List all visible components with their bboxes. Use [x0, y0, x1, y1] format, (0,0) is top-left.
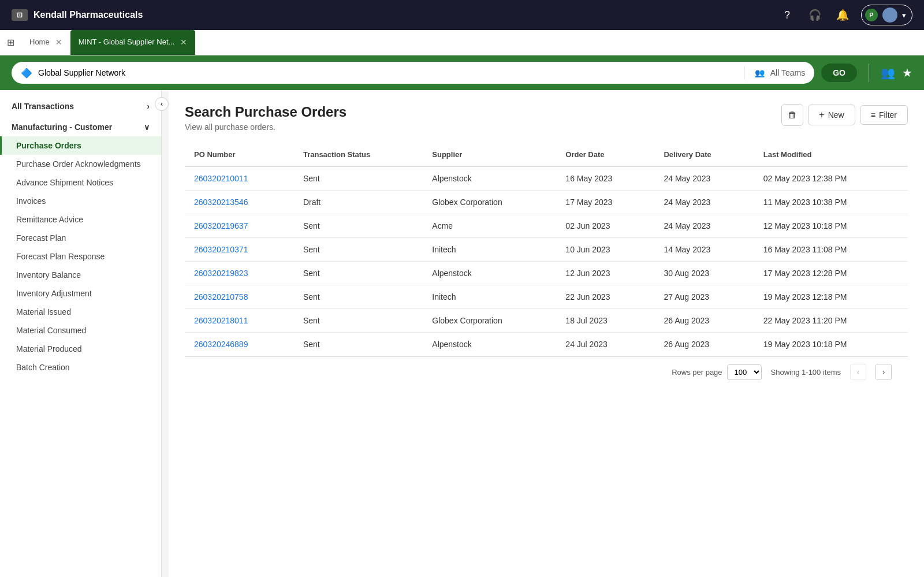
cell-order-date: 10 Jun 2023: [556, 238, 654, 262]
col-order-date[interactable]: Order Date: [556, 143, 654, 166]
po-number-link[interactable]: 260320219823: [194, 269, 248, 278]
sidebar-item-inventory-adjustment[interactable]: Inventory Adjustment: [0, 284, 161, 303]
filter-button[interactable]: ≡ Filter: [860, 105, 908, 125]
prev-icon: ‹: [857, 367, 860, 377]
search-input[interactable]: [38, 68, 733, 77]
po-number-link[interactable]: 260320210758: [194, 292, 248, 301]
cell-order-date: 12 Jun 2023: [556, 262, 654, 285]
cell-supplier: Alpenstock: [423, 262, 556, 285]
sidebar-item-batch-creation[interactable]: Batch Creation: [0, 358, 161, 377]
cell-supplier: Alpenstock: [423, 166, 556, 191]
po-number-link[interactable]: 260320218011: [194, 316, 248, 325]
cell-last-modified: 16 May 2023 11:08 PM: [754, 238, 908, 262]
help-button[interactable]: ?: [778, 6, 796, 24]
col-supplier[interactable]: Supplier: [423, 143, 556, 166]
cell-po-number[interactable]: 260320218011: [185, 309, 294, 333]
sidebar-all-transactions[interactable]: All Transactions ›: [0, 95, 161, 116]
cell-po-number[interactable]: 260320219637: [185, 214, 294, 238]
table-row: 260320210371 Sent Initech 10 Jun 2023 14…: [185, 238, 908, 262]
sidebar-item-inventory-balance[interactable]: Inventory Balance: [0, 266, 161, 284]
cell-po-number[interactable]: 260320213546: [185, 191, 294, 214]
page-subtitle: View all purchase orders.: [185, 122, 346, 132]
cell-po-number[interactable]: 260320246889: [185, 333, 294, 356]
cell-last-modified: 19 May 2023 12:18 PM: [754, 285, 908, 309]
plus-icon: +: [819, 110, 824, 120]
cell-po-number[interactable]: 260320219823: [185, 262, 294, 285]
cell-order-date: 18 Jul 2023: [556, 309, 654, 333]
app-title-text: Kendall Pharmaceuticals: [33, 10, 143, 20]
people-icon-button[interactable]: 👥: [881, 66, 895, 80]
table-header: PO Number Transaction Status Supplier Or…: [185, 143, 908, 166]
po-number-link[interactable]: 260320246889: [194, 340, 248, 349]
cell-status: Sent: [294, 333, 423, 356]
grid-icon[interactable]: ⊞: [7, 37, 14, 48]
sidebar-item-advance-shipment-notices[interactable]: Advance Shipment Notices: [0, 173, 161, 192]
app-title: ⊡ Kendall Pharmaceuticals: [12, 9, 143, 21]
rows-per-page-select[interactable]: 100 50 25: [727, 364, 762, 380]
bell-icon: 🔔: [836, 9, 849, 21]
trash-icon: 🗑: [788, 110, 797, 120]
col-transaction-status[interactable]: Transaction Status: [294, 143, 423, 166]
sidebar-item-po-acknowledgments[interactable]: Purchase Order Acknowledgments: [0, 155, 161, 173]
sidebar-item-invoices[interactable]: Invoices: [0, 192, 161, 210]
next-page-button[interactable]: ›: [875, 364, 892, 380]
next-icon: ›: [882, 367, 885, 377]
sidebar-item-forecast-plan-response[interactable]: Forecast Plan Response: [0, 247, 161, 266]
filter-icon: ≡: [871, 110, 875, 120]
col-delivery-date[interactable]: Delivery Date: [654, 143, 754, 166]
rows-per-page: Rows per page 100 50 25: [672, 364, 761, 380]
avatar: [882, 8, 897, 23]
cell-last-modified: 22 May 2023 11:20 PM: [754, 309, 908, 333]
prev-page-button[interactable]: ‹: [850, 364, 866, 380]
header-right: ? 🎧 🔔 P ▾: [778, 5, 912, 25]
sidebar-item-material-consumed[interactable]: Material Consumed: [0, 321, 161, 340]
cell-po-number[interactable]: 260320210011: [185, 166, 294, 191]
cell-status: Sent: [294, 262, 423, 285]
tab-home-close-icon[interactable]: ✕: [55, 38, 62, 47]
cell-delivery-date: 27 Aug 2023: [654, 285, 754, 309]
po-number-link[interactable]: 260320210371: [194, 245, 248, 254]
search-divider: [744, 66, 744, 79]
cell-delivery-date: 26 Aug 2023: [654, 333, 754, 356]
all-transactions-chevron-icon: ›: [147, 102, 150, 111]
cell-last-modified: 11 May 2023 10:38 PM: [754, 191, 908, 214]
cell-last-modified: 02 May 2023 12:38 PM: [754, 166, 908, 191]
people-icon: 👥: [881, 66, 895, 80]
user-menu-button[interactable]: P ▾: [861, 5, 912, 25]
cell-last-modified: 19 May 2023 10:18 PM: [754, 333, 908, 356]
cell-delivery-date: 24 May 2023: [654, 214, 754, 238]
headset-button[interactable]: 🎧: [806, 6, 824, 24]
sidebar-item-remittance-advice[interactable]: Remittance Advice: [0, 210, 161, 229]
star-icon-button[interactable]: ★: [902, 66, 912, 80]
table-row: 260320210011 Sent Alpenstock 16 May 2023…: [185, 166, 908, 191]
pagination-info: Showing 1-100 items: [771, 368, 841, 377]
sidebar-manufacturing-customer[interactable]: Manufacturing - Customer ∨: [0, 116, 161, 136]
col-last-modified[interactable]: Last Modified: [754, 143, 908, 166]
new-button[interactable]: + New: [808, 105, 855, 125]
toolbar: 🗑 + New ≡ Filter: [781, 104, 908, 126]
search-input-wrap: 🔷 👥 All Teams: [12, 62, 814, 84]
sidebar-item-material-issued[interactable]: Material Issued: [0, 303, 161, 321]
delete-button[interactable]: 🗑: [781, 104, 803, 126]
sidebar-item-purchase-orders[interactable]: Purchase Orders: [0, 136, 161, 155]
search-bar: 🔷 👥 All Teams GO 👥 ★: [0, 55, 924, 90]
tab-mint-close-icon[interactable]: ✕: [180, 38, 187, 47]
cell-delivery-date: 24 May 2023: [654, 191, 754, 214]
po-number-link[interactable]: 260320210011: [194, 174, 248, 183]
sidebar-collapse-button[interactable]: ‹: [155, 97, 169, 111]
user-initial-badge: P: [865, 9, 878, 21]
notifications-button[interactable]: 🔔: [833, 6, 852, 24]
cell-po-number[interactable]: 260320210758: [185, 285, 294, 309]
tab-home[interactable]: Home ✕: [21, 30, 70, 55]
tab-mint[interactable]: MINT - Global Supplier Net... ✕: [70, 30, 196, 55]
cell-last-modified: 12 May 2023 10:18 PM: [754, 214, 908, 238]
cell-order-date: 02 Jun 2023: [556, 214, 654, 238]
sidebar-item-material-produced[interactable]: Material Produced: [0, 340, 161, 358]
cell-supplier: Alpenstock: [423, 333, 556, 356]
go-button[interactable]: GO: [821, 64, 857, 82]
po-number-link[interactable]: 260320213546: [194, 198, 248, 207]
po-number-link[interactable]: 260320219637: [194, 221, 248, 230]
cell-po-number[interactable]: 260320210371: [185, 238, 294, 262]
sidebar-item-forecast-plan[interactable]: Forecast Plan: [0, 229, 161, 247]
col-po-number[interactable]: PO Number: [185, 143, 294, 166]
